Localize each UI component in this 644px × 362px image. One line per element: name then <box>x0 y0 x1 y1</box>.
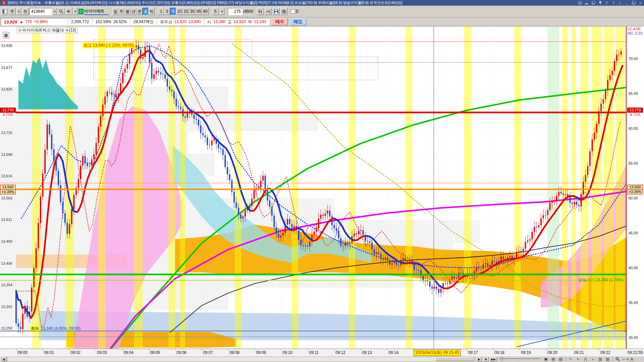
time-axis-label: 09:14 <box>388 350 398 355</box>
cursor-tool-icon[interactable]: ↖ <box>568 357 574 362</box>
trendline-tool-button[interactable] <box>265 8 272 15</box>
scroll-right-button[interactable]: ▶ <box>476 357 482 362</box>
cascade-windows-icon[interactable] <box>578 1 582 5</box>
stock-code-dropdown[interactable]: ▼ <box>52 8 57 15</box>
time-axis-tick <box>599 349 599 351</box>
crosshair-tool-icon[interactable]: ∿ <box>575 357 581 362</box>
indicator-legend[interactable]: 비아이매트릭스 매물대 수(13) <box>17 27 78 33</box>
sound-alert-button[interactable] <box>65 8 72 15</box>
interval-select-dropdown[interactable]: ▼ <box>220 8 224 15</box>
period-button-초[interactable]: 초 <box>143 8 149 15</box>
cascade-icon[interactable]: ▤ <box>550 357 556 362</box>
market-type-dropdown[interactable]: ▼ <box>16 8 21 15</box>
snapshot-icon[interactable]: ▧ <box>604 357 611 362</box>
close-icon[interactable]: × <box>638 1 642 5</box>
minimize-panel-icon[interactable] <box>585 1 589 5</box>
left-axis-price-label: 13,459 <box>1 239 12 243</box>
compare-chart-icon[interactable]: ▨ <box>557 357 564 362</box>
left-axis-price-label: 13,250 <box>1 326 12 330</box>
speed-slider[interactable]: ........... <box>498 357 542 362</box>
magnifier-icon[interactable] <box>614 357 621 362</box>
left-panel-toggle-button[interactable] <box>1 8 8 15</box>
grid-chart-icon[interactable]: ▥ <box>597 357 603 362</box>
right-axis-scale-label: 50.00 <box>629 196 638 200</box>
volume-profile-toggle-button[interactable]: ▦ <box>3 32 9 39</box>
low-value-text: 13,240 (4.00%, 09:00) <box>41 326 80 331</box>
d-checkbox[interactable] <box>291 9 295 14</box>
stock-code-input[interactable]: 413640 <box>30 8 52 15</box>
alert-price-tag-right: 13,7704.71% <box>627 108 643 117</box>
time-axis-tick <box>43 349 43 351</box>
scrollbar-thumb[interactable] <box>436 357 474 361</box>
duplicate-window-icon[interactable] <box>591 1 595 5</box>
chart-scrollbar[interactable] <box>7 357 475 362</box>
buy-button[interactable]: 매수 <box>272 18 288 25</box>
best-ask: 13,920 <box>174 19 186 24</box>
turnover-percent: 28.52% <box>113 19 127 24</box>
help-icon[interactable]: ? <box>611 1 615 5</box>
zoom-out-button[interactable]: − <box>623 357 625 362</box>
multi-line-tool-icon[interactable]: ≈ <box>590 357 596 362</box>
alert-price-tag-left: 13,7704.71% <box>0 108 16 117</box>
search-button[interactable] <box>58 8 65 15</box>
time-axis-label: 09:13 <box>362 350 372 355</box>
time-axis-label: 09:00 <box>17 350 28 355</box>
right-axis-scale-label: 35.00 <box>629 301 638 305</box>
time-axis-label: 09:17 <box>468 350 478 355</box>
auto-scale-button[interactable]: A <box>630 357 633 362</box>
time-axis-tick <box>573 349 573 351</box>
interval-button-60[interactable]: 60 <box>202 8 208 15</box>
open-price: 13,380 <box>213 19 226 24</box>
sound-alert-dropdown[interactable]: ▼ <box>73 8 78 15</box>
stop-button[interactable]: ■ <box>483 357 489 362</box>
candle-style-button[interactable] <box>257 8 264 15</box>
pin-icon[interactable] <box>598 1 602 5</box>
time-axis-tick <box>546 349 546 351</box>
zoom-in-button[interactable]: + <box>627 357 629 362</box>
new-window-icon[interactable]: ▣ <box>543 357 549 362</box>
fast-forward-button[interactable]: ▶▶ <box>490 357 497 362</box>
prev-stock-button[interactable]: 전 <box>22 8 29 15</box>
interval-select[interactable]: 5 <box>212 8 219 15</box>
low-price: 13,240 <box>254 19 266 24</box>
interval-button-3[interactable]: 3 <box>164 8 170 15</box>
chart-area[interactable]: LC:4.00 HC:-1.22 70.0065.0060.0055.0050.… <box>0 26 644 349</box>
interval-button-1[interactable]: 1 <box>158 8 164 15</box>
left-axis-price-label: 13,877 <box>1 66 12 70</box>
day-open-annotation: 당일시가 13,380 (1.75%) <box>579 277 623 283</box>
period-button-년[interactable]: 년 <box>130 8 137 15</box>
time-axis[interactable]: 2025/04/15(화) 09:15:45 09:22:55 09:0009:… <box>0 349 644 356</box>
period-button-틱[interactable]: 틱 <box>149 8 155 15</box>
market-type-button[interactable]: 주 <box>9 8 16 15</box>
peak-tool-icon[interactable]: ⋀ <box>582 357 589 362</box>
time-axis-label: 09:08 <box>229 350 239 355</box>
scroll-left-button[interactable]: ◀ <box>1 357 6 362</box>
candlestick-chart[interactable] <box>0 26 627 349</box>
interval-button-5[interactable]: 5 <box>170 8 176 15</box>
level-price-tag-right: 13,590+3.39% <box>627 185 643 194</box>
bar-count-input[interactable]: 275 <box>228 8 243 15</box>
time-axis-label: 09:01 <box>44 350 54 355</box>
minimize-icon[interactable]: _ <box>625 1 629 5</box>
d-checkbox-label: D <box>296 9 299 14</box>
sell-button[interactable]: 매도 <box>290 18 306 25</box>
left-axis-price-label: 13,406 <box>1 261 12 265</box>
period-button-주[interactable]: 주 <box>118 8 124 15</box>
interval-button-45[interactable]: 45 <box>196 8 202 15</box>
interval-button-10[interactable]: 10 <box>176 8 182 15</box>
left-axis-price-label: 13,302 <box>1 305 12 309</box>
period-button-월[interactable]: 월 <box>124 8 130 15</box>
interval-button-15[interactable]: 15 <box>182 8 189 15</box>
interval-button-30[interactable]: 30 <box>189 8 196 15</box>
settings-gear-button[interactable] <box>280 8 287 15</box>
text-tool-icon[interactable]: T <box>605 1 609 5</box>
restore-icon[interactable] <box>632 1 636 5</box>
period-button-분[interactable]: 분 <box>137 8 143 15</box>
save-chart-button[interactable] <box>273 8 280 15</box>
period-button-일[interactable]: 일 <box>112 8 118 15</box>
time-axis-label: 09:07 <box>203 350 213 355</box>
time-axis-label: 09:11 <box>309 350 319 355</box>
stock-name-field[interactable]: 비아이매트 <box>84 8 109 15</box>
lc-label: LC:4.00 <box>628 27 641 31</box>
last-bar-time-label: 09:22:55 <box>627 350 643 355</box>
